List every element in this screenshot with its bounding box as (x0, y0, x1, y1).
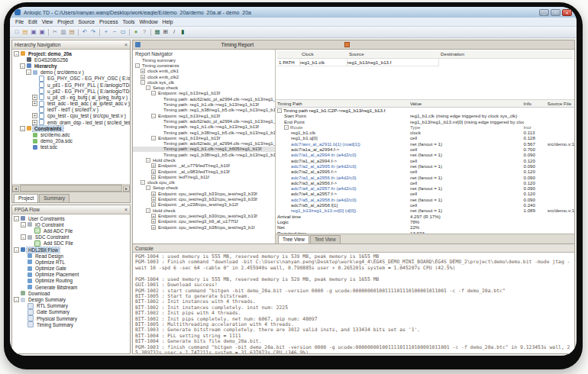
flow-tree-item[interactable]: Add ADC File (12, 227, 130, 234)
collapse-icon[interactable]: - (146, 158, 150, 163)
collapse-icon[interactable]: - (14, 51, 19, 56)
menu-file[interactable]: File (13, 19, 26, 24)
report-tree-item[interactable]: -clock cpu_clk (133, 180, 275, 185)
hierarchy-tree-item[interactable]: -Hierarchy (12, 63, 130, 69)
hierarchy-tree-item[interactable]: test.sdc (12, 144, 130, 150)
report-tree-item[interactable]: Timing path: adc62/adc_pl_a2994.clk->reg… (133, 118, 275, 124)
hierarchy-tree-item[interactable]: -Project: demo_20a (12, 50, 130, 56)
report-tree-item[interactable]: +Endpoint: cpu_test/reg3_b32/cpu_test/re… (133, 196, 275, 202)
run-icon[interactable]: ● (132, 28, 140, 36)
console-log[interactable]: PGM-1004 : used memory is 555 MB, reserv… (133, 253, 574, 353)
hierarchy-hscrollbar[interactable]: ◂ ▸ (12, 184, 130, 192)
report-tree-item[interactable]: +Endpoint: cpu_test/reg3_b38/cpu_test/re… (133, 224, 275, 230)
report-tree-item[interactable]: +clock emb_clk1 (133, 69, 275, 74)
open-folder-icon[interactable]: ▤ (21, 28, 29, 36)
report-icon[interactable]: ▦ (153, 28, 161, 36)
collapse-icon[interactable]: - (135, 63, 140, 68)
collapse-icon[interactable]: - (151, 91, 156, 95)
col-source-file[interactable]: Source File (548, 100, 574, 107)
report-tree-item[interactable]: -Endpoint: reg1_b13/reg1_b13f (133, 135, 275, 140)
path-table-row[interactable]: reg1_b1.clkclock0.113 (276, 130, 574, 135)
panel-close-icon[interactable]: × (124, 206, 128, 213)
flow-tree-item[interactable]: Download (12, 290, 130, 296)
path-table-row[interactable]: -RouteTypeIncr (276, 124, 574, 130)
report-tree-item[interactable]: Timing summary (133, 57, 275, 63)
collapse-icon[interactable]: - (21, 222, 26, 227)
panel-close-icon[interactable]: × (124, 41, 128, 48)
report-tree-item[interactable]: -Timing constraints (133, 63, 275, 68)
report-tree-item[interactable]: +Endpoint: cpu_test/reg3_b30/cpu_test/re… (133, 213, 275, 218)
collapse-icon[interactable]: - (146, 208, 150, 213)
collapse-icon[interactable]: - (21, 234, 26, 240)
hierarchy-tree-item[interactable]: +u_pll_ctl - eg_bufg ( al_ip/eg_bufg.v ) (12, 94, 130, 100)
flow-tree-item[interactable]: Optimize Gate (12, 266, 130, 272)
collapse-icon[interactable]: - (141, 180, 145, 185)
hierarchy-tree-item[interactable]: ledT - ledT ( src/ledT.v ) (12, 107, 130, 113)
undo-icon[interactable]: ↶ (81, 28, 89, 36)
report-tree-item[interactable]: -Setup check (133, 85, 275, 90)
hierarchy-tree-item[interactable]: -Constraints (12, 125, 130, 131)
scroll-right-icon[interactable]: ▸ (123, 185, 130, 192)
hierarchy-tree-item[interactable]: +emb_dram_dsp - led_test ( src/led_test.… (12, 119, 130, 125)
slash-icon[interactable]: / (170, 28, 178, 36)
expand-icon[interactable]: + (32, 95, 37, 100)
floorplan-icon[interactable]: ⊞ (162, 28, 170, 36)
collapse-icon[interactable]: - (146, 85, 150, 90)
menu-tools[interactable]: Tools (121, 19, 137, 24)
report-tree-item[interactable]: +Endpoint: _al_u238/cpu_test/reg3_b12f (133, 202, 275, 208)
collapse-icon[interactable]: - (14, 297, 19, 302)
col-source[interactable]: Source (349, 50, 441, 58)
path-table-row[interactable]: Start Pointreg1_b1.clk (rising edge trig… (276, 113, 574, 118)
help-icon[interactable]: ? (141, 28, 148, 36)
path-table-row[interactable]: reg1_b1.q[0]cell0.128 (276, 135, 574, 140)
expand-icon[interactable]: + (151, 214, 156, 218)
expand-icon[interactable]: + (151, 219, 156, 224)
path-table-row[interactable]: adc7/asn_al_a2911.b[1] (road[1])net (fan… (276, 141, 574, 147)
flow-tree-item[interactable]: -Design Summary (12, 296, 130, 302)
report-tree-item[interactable]: Timing path: adc62/adc_pl_a2994.clk->reg… (133, 96, 275, 102)
chip-icon[interactable]: ▮ (179, 28, 186, 36)
collapse-icon[interactable]: - (141, 80, 145, 85)
view-tab-tree-view[interactable]: Tree View (278, 235, 309, 243)
hierarchy-tree-item[interactable]: u_pll1 - EG_PHY_PLL ( E:/anlogic/TD4.19/… (12, 82, 130, 88)
collapse-icon[interactable]: - (14, 247, 19, 253)
report-tree-item[interactable]: -Setup check (133, 185, 275, 191)
report-tree-item[interactable]: +Endpoint: cpu_test/reg3_b33/cpu_test/re… (133, 191, 275, 196)
report-tree-item[interactable]: +Endpoint: _al_u779/ledT/reg1_b10f (133, 163, 275, 169)
col-clock[interactable]: Clock (302, 50, 349, 58)
menu-process[interactable]: Process (97, 19, 121, 24)
col-value[interactable]: Value (410, 100, 524, 107)
hierarchy-tree-item[interactable]: src/demo.adc (12, 131, 130, 137)
collapse-icon[interactable]: - (284, 125, 289, 130)
path-table-row[interactable]: End Pointreg1_b13/reg1_b13.mi[0] (rising… (276, 119, 574, 124)
expand-icon[interactable]: + (151, 192, 156, 196)
expand-icon[interactable]: + (141, 69, 145, 73)
hierarchy-tree-item[interactable]: EG_PHY_OSC - EG_PHY_OSC ( E:/anlogic/TD4… (12, 76, 130, 82)
scroll-left-icon[interactable]: ◂ (12, 185, 19, 192)
expand-icon[interactable]: + (151, 225, 156, 230)
path-table-row[interactable]: -Timing path reg1_b1.C2P->reg1_b13/reg1_… (276, 108, 574, 113)
path-table-row[interactable]: adc7/a2_al_a2995.fn (a4d2/c0)net (fanout… (276, 163, 574, 169)
flow-tree-item[interactable]: -HDL2Bit Flow (12, 247, 130, 253)
hierarchy-tree-item[interactable]: -demo ( src/demo.v ) (12, 69, 130, 76)
flow-tree-item[interactable]: Optimize RTL (12, 259, 130, 265)
flow-tree-item[interactable]: Timing Summary (12, 321, 130, 327)
report-tree-item[interactable]: Timing path: reg1_b38/reg1_b5.clk->reg1_… (133, 108, 275, 113)
path-table-row[interactable]: adc7/a2_al_a2995.f->cell0.120 (276, 169, 574, 174)
path-table-row[interactable]: Net22% (276, 224, 574, 230)
collapse-icon[interactable]: - (20, 126, 25, 131)
report-tree-item[interactable]: +Endpoint: _al_u983/ledT/reg1_b13f (133, 169, 275, 174)
cut-icon[interactable]: ✂ (51, 28, 59, 36)
flow-tree-item[interactable]: Add SDC File (12, 240, 130, 247)
close-button[interactable]: × (562, 9, 572, 16)
path-table-row[interactable]: adc7/a1_al_a2994.f->cell0.120 (276, 158, 574, 163)
expand-icon[interactable]: + (32, 120, 37, 125)
report-tree-item[interactable]: Timing path: adc62/adc_pl_a2994.clk->reg… (133, 140, 275, 146)
report-tree-item[interactable]: -Endpoint: reg1_b13/reg1_b13f (133, 91, 275, 96)
path-table-row[interactable]: adc7/a4_al_a2957.f->cell0.120 (276, 191, 574, 196)
menu-window[interactable]: Window (137, 19, 160, 24)
flow-tree-item[interactable]: Read Design (12, 253, 130, 259)
minimize-button[interactable]: _ (539, 9, 549, 16)
menu-help[interactable]: Help (160, 19, 176, 24)
report-tree-item[interactable]: -Endpoint: reg1_b13/reg1_b13f (133, 113, 275, 118)
